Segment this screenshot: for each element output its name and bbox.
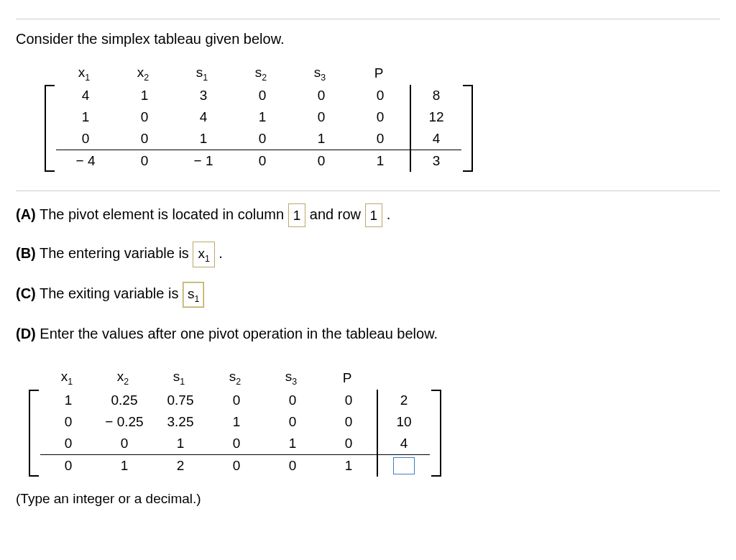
t2-r4c4: 0 xyxy=(208,455,264,477)
t2-row-2: 0 − 0.25 3.25 1 0 0 10 xyxy=(40,411,430,433)
t1-r2c3: 4 xyxy=(174,106,233,128)
t2-r4c3: 2 xyxy=(152,455,208,477)
t2-r1c5: 0 xyxy=(264,390,321,411)
t2-hdr-s1: s1 xyxy=(151,367,207,390)
t1-row-1: 4 1 3 0 0 0 8 xyxy=(56,85,461,106)
t2-hdr-P: P xyxy=(319,367,375,390)
top-divider xyxy=(16,19,720,19)
t2-header-row: x1 x2 s1 s2 s3 P xyxy=(29,367,441,390)
t1-r4c6: 1 xyxy=(351,150,411,172)
t2-row-3: 0 0 1 0 1 0 4 xyxy=(40,433,430,454)
t1-r3c1: 0 xyxy=(56,128,115,150)
t1-r2c2: 0 xyxy=(115,106,174,128)
t2-r3c6: 0 xyxy=(321,433,378,454)
t1-r4c4: 0 xyxy=(233,150,292,172)
t2-r2-rhs: 10 xyxy=(378,411,430,433)
t2-hdr-x1: x1 xyxy=(39,367,95,390)
tableau-1: x1 x2 s1 s2 s3 P 4 1 3 0 0 0 8 1 0 4 1 xyxy=(45,62,473,172)
answer-A-column[interactable]: 1 xyxy=(288,203,306,227)
t1-r4c1: − 4 xyxy=(56,150,115,172)
t2-r1c6: 0 xyxy=(321,390,378,411)
t1-r3c6: 0 xyxy=(351,128,411,150)
left-bracket-icon xyxy=(45,85,56,172)
t1-r2c5: 0 xyxy=(292,106,351,128)
t1-row-3: 0 0 1 0 1 0 4 xyxy=(56,128,461,150)
t2-row-1: 1 0.25 0.75 0 0 0 2 xyxy=(40,390,430,411)
intro-text: Consider the simplex tableau given below… xyxy=(16,31,720,47)
t2-r4-rhs xyxy=(378,455,430,477)
t1-r3c4: 0 xyxy=(233,128,292,150)
t1-r3c2: 0 xyxy=(115,128,174,150)
t1-row-2: 1 0 4 1 0 0 12 xyxy=(56,106,461,128)
t2-r3c4: 0 xyxy=(208,433,264,454)
t2-r4c5: 0 xyxy=(264,455,321,477)
question-A: (A) The pivot element is located in colu… xyxy=(16,203,720,227)
t2-r1c2: 0.25 xyxy=(96,390,152,411)
answer-B-variable[interactable]: x1 xyxy=(193,242,214,267)
hdr-x2: x2 xyxy=(114,62,172,85)
hdr-s2: s2 xyxy=(231,62,290,85)
hdr-s3: s3 xyxy=(290,62,349,85)
t2-row-4: 0 1 2 0 0 1 xyxy=(40,454,430,477)
t1-r4c3: − 1 xyxy=(174,150,233,172)
answer-A-row[interactable]: 1 xyxy=(365,203,383,227)
t2-r1-rhs: 2 xyxy=(378,390,430,411)
t2-r2c4: 1 xyxy=(208,411,264,433)
question-B: (B) The entering variable is x1 . xyxy=(16,242,720,267)
t1-r4c2: 0 xyxy=(115,150,174,172)
right-bracket-icon xyxy=(430,390,441,477)
t2-r4c2: 1 xyxy=(96,455,152,477)
t1-r1c3: 3 xyxy=(174,85,233,106)
t2-r3c5: 1 xyxy=(264,433,321,454)
hdr-x1: x1 xyxy=(55,62,114,85)
answer-D-input[interactable] xyxy=(393,457,415,474)
t2-r2c3: 3.25 xyxy=(152,411,208,433)
t2-r3-rhs: 4 xyxy=(378,433,430,454)
question-C: (C) The exiting variable is s1 xyxy=(16,282,720,308)
mid-divider xyxy=(16,191,720,191)
t1-r2c1: 1 xyxy=(56,106,115,128)
tableau-2: x1 x2 s1 s2 s3 P 1 0.25 0.75 0 0 0 2 0 −… xyxy=(29,367,441,477)
t2-r4c6: 1 xyxy=(321,455,378,477)
t1-r1c5: 0 xyxy=(292,85,351,106)
t1-r1c2: 1 xyxy=(115,85,174,106)
t2-hdr-s2: s2 xyxy=(207,367,263,390)
t2-r3c2: 0 xyxy=(96,433,152,454)
t1-r1c1: 4 xyxy=(56,85,115,106)
t1-r1c6: 0 xyxy=(351,85,411,106)
t2-r1c1: 1 xyxy=(40,390,96,411)
right-bracket-icon xyxy=(461,85,473,172)
hdr-P: P xyxy=(349,62,408,85)
input-hint: (Type an integer or a decimal.) xyxy=(16,491,720,507)
t2-r2c6: 0 xyxy=(321,411,378,433)
t2-hdr-x2: x2 xyxy=(95,367,151,390)
t1-r4c5: 0 xyxy=(292,150,351,172)
question-D: (D) Enter the values after one pivot ope… xyxy=(16,322,720,345)
t1-row-4: − 4 0 − 1 0 0 1 3 xyxy=(56,150,461,172)
t2-r1c3: 0.75 xyxy=(152,390,208,411)
t2-r4c1: 0 xyxy=(40,455,96,477)
t1-r3-rhs: 4 xyxy=(411,128,461,150)
t2-r2c5: 0 xyxy=(264,411,321,433)
t2-hdr-s3: s3 xyxy=(263,367,319,390)
t1-r2c6: 0 xyxy=(351,106,411,128)
t2-r3c3: 1 xyxy=(152,433,208,454)
t2-r1c4: 0 xyxy=(208,390,264,411)
t1-header-row: x1 x2 s1 s2 s3 P xyxy=(45,62,473,85)
t1-r1-rhs: 8 xyxy=(411,85,461,106)
t1-r4-rhs: 3 xyxy=(411,150,461,172)
t1-r3c3: 1 xyxy=(174,128,233,150)
answer-C-variable[interactable]: s1 xyxy=(183,282,204,308)
t1-r2-rhs: 12 xyxy=(411,106,461,128)
t2-r2c2: − 0.25 xyxy=(96,411,152,433)
t1-r2c4: 1 xyxy=(233,106,292,128)
t2-r3c1: 0 xyxy=(40,433,96,454)
left-bracket-icon xyxy=(29,390,40,477)
t2-r2c1: 0 xyxy=(40,411,96,433)
t1-r1c4: 0 xyxy=(233,85,292,106)
hdr-s1: s1 xyxy=(172,62,231,85)
t1-r3c5: 1 xyxy=(292,128,351,150)
